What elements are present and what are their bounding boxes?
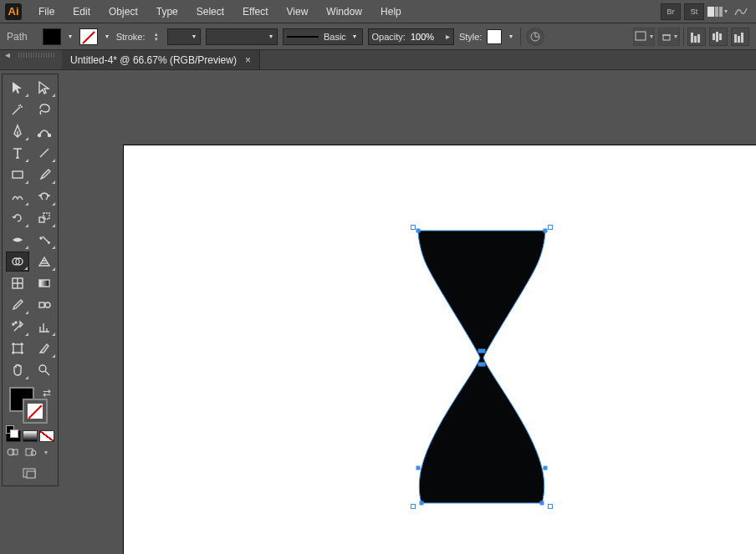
menu-select[interactable]: Select (188, 3, 232, 21)
svg-rect-1 (636, 32, 646, 40)
color-mode-none[interactable] (39, 430, 54, 442)
screen-mode-row: ▾ (6, 447, 54, 457)
graphic-style-caret[interactable]: ▾ (507, 28, 515, 45)
recolor-artwork-button[interactable] (526, 28, 544, 46)
perspective-grid-tool[interactable] (33, 252, 56, 272)
menu-view[interactable]: View (278, 3, 317, 21)
align-right-button[interactable] (731, 28, 749, 46)
rectangle-tool[interactable] (6, 165, 29, 185)
menu-effect[interactable]: Effect (234, 3, 276, 21)
svg-rect-5 (13, 171, 23, 178)
menu-object[interactable]: Object (100, 3, 146, 21)
menu-help[interactable]: Help (372, 3, 410, 21)
scale-tool[interactable] (33, 208, 56, 228)
application-menubar: Ai File Edit Object Type Select Effect V… (0, 0, 756, 23)
svg-rect-13 (39, 302, 44, 307)
mesh-tool[interactable] (6, 273, 29, 293)
direct-selection-tool[interactable] (33, 78, 56, 98)
paintbrush-tool[interactable] (33, 165, 56, 185)
opacity-control[interactable]: Opacity: 100% ▸ (368, 28, 454, 45)
arrange-documents-button[interactable]: ▾ (707, 3, 728, 20)
symbol-sprayer-tool[interactable] (6, 317, 29, 337)
graphic-style-label: Style: (459, 32, 483, 42)
opacity-label: Opacity: (372, 32, 406, 42)
fill-color-swatch[interactable] (43, 28, 61, 45)
bbox-handle-tr[interactable] (548, 225, 553, 230)
anchor-point[interactable] (416, 466, 421, 470)
document-setup-button[interactable]: ▾ (633, 28, 655, 46)
anchor-point[interactable] (482, 363, 486, 367)
hand-tool[interactable] (6, 360, 29, 380)
draw-normal-icon[interactable] (6, 447, 19, 457)
svg-point-4 (49, 135, 51, 137)
opacity-popup-caret[interactable]: ▸ (446, 32, 450, 41)
bridge-launch-button[interactable]: Br (661, 3, 681, 20)
stock-launch-button[interactable]: St (684, 3, 704, 20)
lasso-tool[interactable] (33, 99, 56, 119)
close-tab-button[interactable]: × (245, 54, 251, 66)
anchor-point[interactable] (420, 501, 424, 506)
anchor-point[interactable] (540, 501, 544, 506)
anchor-point[interactable] (416, 229, 421, 233)
svg-point-3 (38, 135, 41, 137)
canvas-area[interactable] (62, 70, 756, 554)
anchor-point[interactable] (544, 229, 548, 233)
rotate-tool[interactable] (6, 208, 29, 228)
fill-color-caret[interactable]: ▾ (66, 28, 74, 45)
bbox-handle-bl[interactable] (411, 504, 416, 509)
blend-tool[interactable] (33, 295, 56, 315)
swap-fill-stroke-icon[interactable]: ⇄ (43, 387, 51, 399)
stroke-weight-dropdown[interactable]: ▾ (167, 28, 201, 45)
align-left-button[interactable] (687, 28, 706, 46)
svg-point-15 (13, 323, 14, 325)
stroke-weight-stepper[interactable] (151, 28, 162, 45)
stroke-color-swatch[interactable] (79, 28, 98, 45)
selected-path-hourglass[interactable] (408, 226, 555, 510)
brush-definition-dropdown[interactable]: Basic ▾ (283, 28, 363, 45)
anchor-point[interactable] (482, 349, 486, 353)
eyedropper-tool[interactable] (6, 295, 29, 315)
menu-edit[interactable]: Edit (64, 3, 99, 21)
eraser-tool[interactable] (33, 186, 56, 206)
screen-mode-button[interactable] (6, 465, 54, 482)
svg-rect-24 (27, 471, 35, 478)
curvature-tool[interactable] (33, 121, 56, 141)
selection-tool[interactable] (6, 78, 29, 98)
bbox-handle-br[interactable] (548, 504, 553, 509)
menu-window[interactable]: Window (318, 3, 370, 21)
shape-builder-tool[interactable] (6, 252, 29, 272)
color-mode-gradient[interactable] (23, 430, 38, 442)
slice-tool[interactable] (33, 338, 56, 358)
artboard-tool[interactable] (6, 338, 29, 358)
opacity-value[interactable]: 100% (411, 32, 441, 42)
preferences-button[interactable]: ▾ (658, 28, 680, 46)
width-tool[interactable] (6, 230, 29, 250)
svg-point-22 (31, 450, 36, 455)
shaper-tool[interactable] (6, 186, 29, 206)
gpu-performance-button[interactable] (731, 3, 751, 20)
graphic-style-swatch[interactable] (487, 29, 502, 44)
gradient-tool[interactable] (33, 273, 56, 293)
tools-panel: ⇄ ▾ (2, 74, 59, 486)
stroke-color-caret[interactable]: ▾ (103, 28, 111, 45)
stroke-swatch[interactable] (23, 399, 48, 424)
menu-type[interactable]: Type (148, 3, 186, 21)
zoom-tool[interactable] (33, 360, 56, 380)
draw-mode-caret[interactable]: ▾ (44, 449, 48, 456)
artboard[interactable] (124, 145, 756, 554)
menu-file[interactable]: File (30, 3, 63, 21)
line-segment-tool[interactable] (33, 143, 56, 163)
type-tool[interactable] (6, 143, 29, 163)
bbox-handle-tl[interactable] (411, 225, 416, 230)
align-center-button[interactable] (709, 28, 728, 46)
magic-wand-tool[interactable] (6, 99, 29, 119)
collapse-panel-button[interactable] (0, 50, 12, 64)
free-transform-tool[interactable] (33, 230, 56, 250)
column-graph-tool[interactable] (33, 317, 56, 337)
variable-width-profile-dropdown[interactable]: ▾ (206, 28, 278, 45)
pen-tool[interactable] (6, 121, 29, 141)
draw-behind-icon[interactable] (24, 447, 38, 457)
anchor-point[interactable] (544, 466, 548, 470)
panel-grip-icon[interactable] (18, 53, 55, 58)
document-tab[interactable]: Untitled-4* @ 66.67% (RGB/Preview) × (62, 50, 260, 69)
